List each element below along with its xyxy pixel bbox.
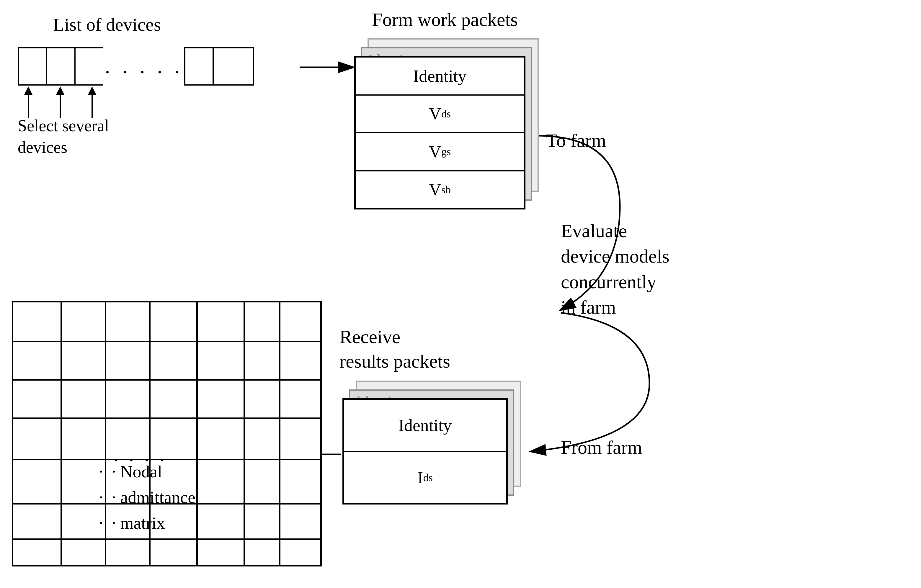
matrix-row-3 bbox=[13, 417, 320, 419]
arrow-up-1 bbox=[24, 87, 33, 118]
select-devices-label: Select several devices bbox=[18, 115, 109, 158]
matrix-outer: . . . . · · Nodal · · admittance · · mat… bbox=[12, 301, 322, 567]
arrow-up-2 bbox=[56, 87, 64, 118]
receive-results-label: Receive results packets bbox=[340, 325, 450, 374]
packet-row-vsb: Vsb bbox=[356, 171, 524, 208]
packet-main: Identity Vds Vgs Vsb bbox=[354, 56, 526, 210]
matrix-container: . . . . · · Nodal · · admittance · · mat… bbox=[12, 301, 322, 567]
device-cell-3 bbox=[74, 47, 104, 86]
list-of-devices-label: List of devices bbox=[53, 14, 161, 35]
device-cell-4 bbox=[184, 47, 214, 86]
arrow-up-3 bbox=[88, 87, 96, 118]
device-cell-5 bbox=[213, 47, 254, 86]
device-cell-1 bbox=[18, 47, 47, 86]
admittance-label: · · admittance bbox=[99, 484, 195, 510]
matrix-row-6 bbox=[13, 538, 320, 540]
device-list-row: . . . . . bbox=[18, 47, 253, 86]
to-farm-label: To farm bbox=[546, 130, 606, 152]
device-cell-2 bbox=[46, 47, 76, 86]
matrix-row-2 bbox=[13, 379, 320, 380]
nodal-label: · · Nodal bbox=[99, 459, 195, 484]
result-packet-main: Identity Ids bbox=[342, 398, 508, 505]
evaluate-label: Evaluate device models concurrently in f… bbox=[561, 218, 669, 320]
matrix-labels: · · Nodal · · admittance · · matrix bbox=[99, 459, 195, 536]
matrix-label: · · matrix bbox=[99, 510, 195, 536]
device-cell-dots: . . . . . bbox=[103, 47, 186, 86]
packet-row-identity: Identity bbox=[356, 57, 524, 96]
packet-row-vgs: Vgs bbox=[356, 133, 524, 171]
select-arrows bbox=[24, 87, 96, 118]
form-work-packets-label: Form work packets bbox=[372, 9, 518, 31]
packet-row-vds: Vds bbox=[356, 96, 524, 134]
matrix-row-1 bbox=[13, 341, 320, 342]
diagram-container: List of devices . . . . . Select several… bbox=[0, 0, 921, 588]
from-farm-label: From farm bbox=[561, 437, 642, 458]
result-row-ids: Ids bbox=[344, 452, 506, 503]
result-row-identity: Identity bbox=[344, 400, 506, 452]
